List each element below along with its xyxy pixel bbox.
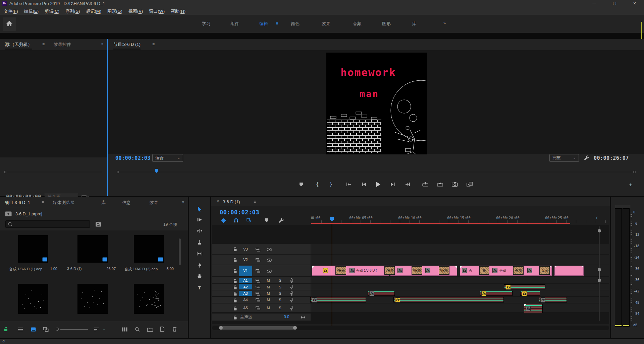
fx-badge[interactable]: fx bbox=[481, 291, 486, 296]
icon-view-icon[interactable] bbox=[30, 327, 36, 332]
project-tab-2[interactable]: 媒体浏览器 bbox=[53, 200, 74, 206]
transition-clip[interactable]: 页面 bbox=[539, 266, 550, 275]
project-item-thumbnail[interactable] bbox=[134, 284, 164, 314]
record-mic-icon[interactable] bbox=[288, 291, 294, 296]
fx-badge[interactable]: fx bbox=[425, 268, 430, 273]
transition-clip[interactable]: VR渐 bbox=[384, 266, 395, 275]
sync-lock-icon[interactable] bbox=[255, 278, 261, 283]
timeline-vzoom-handle-b[interactable] bbox=[598, 279, 601, 282]
mute-button[interactable]: M bbox=[266, 277, 271, 283]
sync-lock-icon[interactable] bbox=[255, 269, 261, 274]
workspace-tab-6[interactable]: 音频 bbox=[353, 21, 362, 27]
program-timecode[interactable]: 00:00:02:03 bbox=[115, 155, 151, 161]
mute-button[interactable]: M bbox=[266, 297, 271, 303]
goto-out-button[interactable] bbox=[404, 181, 411, 188]
project-file-name[interactable]: 3-6 D_1.prproj bbox=[15, 212, 42, 216]
workspace-overflow[interactable]: » bbox=[443, 20, 446, 25]
source-overflow[interactable]: » bbox=[101, 42, 104, 46]
workspace-tab-1[interactable]: 学习 bbox=[202, 21, 211, 27]
goto-in-button[interactable] bbox=[345, 181, 352, 188]
audio-clip[interactable]: fx bbox=[480, 291, 513, 296]
program-playhead[interactable] bbox=[155, 169, 158, 173]
audio-clip[interactable]: fx bbox=[504, 284, 545, 289]
transition-clip[interactable]: 叠加 bbox=[513, 266, 524, 275]
mute-button[interactable]: M bbox=[266, 303, 271, 312]
audio-clip[interactable]: fx bbox=[520, 291, 540, 296]
program-zoom-select[interactable]: 适合⌄ bbox=[152, 154, 183, 162]
video-track-name[interactable]: V3 bbox=[239, 244, 252, 254]
master-track-level[interactable]: 0.0 bbox=[284, 315, 289, 319]
workspace-tab-8[interactable]: 库 bbox=[412, 21, 417, 27]
track-lock-icon[interactable] bbox=[232, 268, 238, 273]
track-lock-icon[interactable] bbox=[232, 285, 238, 290]
solo-button[interactable]: S bbox=[278, 284, 282, 290]
track-lock-icon[interactable] bbox=[232, 315, 238, 320]
audio-track-name[interactable]: A1 bbox=[239, 278, 252, 283]
fx-badge[interactable]: fx bbox=[527, 268, 532, 273]
solo-button[interactable]: S bbox=[278, 303, 282, 312]
program-settings-wrench-icon[interactable] bbox=[583, 154, 590, 161]
source-tab-2[interactable]: 效果控件 bbox=[54, 42, 71, 48]
track-select-forward-tool[interactable] bbox=[197, 217, 202, 222]
sync-lock-icon[interactable] bbox=[255, 258, 261, 263]
audio-clip[interactable]: fx bbox=[393, 297, 504, 302]
fx-badge[interactable]: fx bbox=[506, 285, 511, 290]
fx-badge[interactable]: fx bbox=[323, 268, 328, 273]
project-tab-5[interactable]: 效果 bbox=[150, 200, 158, 206]
audio-clip[interactable]: fx bbox=[539, 297, 567, 302]
find-icon[interactable] bbox=[134, 327, 140, 332]
source-zoom-handle[interactable] bbox=[4, 171, 6, 173]
fx-badge[interactable]: fx bbox=[526, 306, 531, 311]
program-scrub-track[interactable] bbox=[118, 172, 635, 172]
mute-button[interactable]: M bbox=[266, 290, 271, 296]
menu-item[interactable]: 编辑(E) bbox=[21, 7, 42, 15]
timeline-hscroll-thumb[interactable] bbox=[220, 326, 295, 330]
pen-tool[interactable] bbox=[197, 263, 202, 268]
audio-clip[interactable]: fx bbox=[310, 297, 366, 302]
track-lock-icon[interactable] bbox=[232, 291, 238, 296]
timeline-hscroll-handle-right[interactable] bbox=[293, 326, 297, 330]
fx-badge[interactable]: fx bbox=[395, 297, 400, 302]
home-button[interactable] bbox=[3, 17, 16, 31]
fx-badge[interactable]: fx bbox=[350, 268, 355, 273]
play-button[interactable] bbox=[375, 181, 381, 188]
step-back-button[interactable] bbox=[361, 181, 367, 188]
mute-button[interactable]: M bbox=[266, 284, 271, 290]
project-item-thumbnail[interactable] bbox=[134, 235, 164, 263]
list-view-icon[interactable] bbox=[17, 327, 23, 332]
menu-item[interactable]: 序列(S) bbox=[62, 7, 83, 15]
track-lock-icon[interactable] bbox=[232, 247, 238, 252]
marker-button[interactable] bbox=[298, 181, 305, 188]
timeline-vzoom-handle-a[interactable] bbox=[598, 268, 601, 271]
project-item-thumbnail[interactable] bbox=[77, 235, 108, 263]
fx-badge[interactable]: fx bbox=[492, 268, 497, 273]
close-button[interactable]: ✕ bbox=[628, 1, 641, 6]
sync-lock-icon[interactable] bbox=[255, 298, 261, 303]
zoom-slider-track[interactable] bbox=[60, 329, 88, 330]
transition-clip[interactable]: VR随 bbox=[412, 266, 422, 275]
track-output-eye-icon[interactable] bbox=[266, 258, 272, 263]
ripple-edit-tool[interactable] bbox=[197, 228, 202, 233]
sort-icon[interactable] bbox=[93, 327, 99, 332]
source-panel-menu-icon[interactable]: ≡ bbox=[42, 42, 45, 47]
timeline-vzoom-handle-video[interactable] bbox=[598, 229, 601, 232]
export-frame-button[interactable] bbox=[451, 181, 458, 188]
workspace-tab-7[interactable]: 图形 bbox=[382, 21, 391, 27]
transition-clip[interactable]: VR黑 bbox=[439, 266, 449, 275]
record-mic-icon[interactable] bbox=[288, 285, 294, 290]
lift-button[interactable] bbox=[422, 181, 429, 188]
fx-badge[interactable]: fx bbox=[397, 268, 402, 273]
selection-tool[interactable] bbox=[197, 206, 202, 212]
sort-chevron-icon[interactable]: ⌄ bbox=[103, 327, 105, 331]
project-panel-menu-icon[interactable]: ≡ bbox=[42, 200, 44, 205]
master-pan-icon[interactable] bbox=[300, 315, 306, 320]
program-zoom-handle-left[interactable] bbox=[117, 171, 119, 173]
audio-track-name[interactable]: A5 bbox=[239, 304, 252, 312]
menu-item[interactable]: 窗口(W) bbox=[146, 7, 168, 15]
folder-up-icon[interactable] bbox=[5, 211, 12, 217]
record-mic-icon[interactable] bbox=[288, 305, 294, 311]
record-mic-icon[interactable] bbox=[288, 297, 294, 302]
fx-badge[interactable]: fx bbox=[369, 291, 374, 296]
project-tab-4[interactable]: 信息 bbox=[122, 200, 131, 206]
mark-out-button[interactable]: } bbox=[328, 181, 334, 188]
